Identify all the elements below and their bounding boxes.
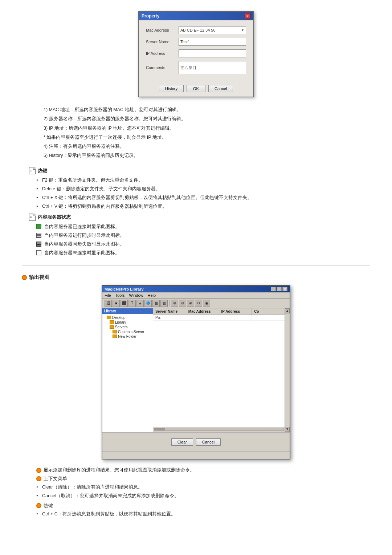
history-button[interactable]: History xyxy=(159,85,184,92)
dialog-close-button[interactable]: × xyxy=(245,13,250,19)
output-bottom-section: 显示添加和删除库的进程和结果。您可使用此视图取消添加或删除命令。 上下文菜单 C… xyxy=(22,467,370,518)
hotkey-section2-title: 热键 xyxy=(44,502,53,509)
output-section-title: 输出视图 xyxy=(29,274,49,281)
hotkey2-item-0: Ctrl + C：将所选消息复制到剪贴板，以便将其粘贴到其他位置。 xyxy=(36,510,370,518)
app-window: MagicNetPro Library _ □ × File Tools Win… xyxy=(102,285,290,459)
hotkey-section1-title: 热键 xyxy=(38,167,47,174)
status-icon-sync-failed xyxy=(36,242,41,247)
status-item-1: 当内容服务器进行同步时显示此图标。 xyxy=(36,232,370,239)
app-main: Server Name Mac Address IP Address Co Pu… xyxy=(153,308,285,432)
section1-item-4: 4) 注释：有关所选内容服务器的注释。 xyxy=(44,143,363,150)
submenu-title: 上下文菜单 xyxy=(44,475,67,482)
hotkey-section2-list: Ctrl + C：将所选消息复制到剪贴板，以便将其粘贴到其他位置。 xyxy=(36,510,370,518)
hotkey-section1-header: 热键 xyxy=(29,167,370,174)
app-toolbar: 🖼 ■ ⬛ T ▲ 🔷 ▦ ▥ ⊕ ⊖ ⊗ ↺ ◉ xyxy=(102,299,290,308)
toolbar-icon-3[interactable]: ⬛ xyxy=(121,300,128,307)
close-window-button[interactable]: × xyxy=(282,287,287,291)
menu-file[interactable]: File xyxy=(105,293,111,297)
hotkey-item-1: Delete 键：删除选定的文件夹、子文件夹和内容服务器。 xyxy=(36,185,370,193)
mac-address-row: Mac Address AB CD EF 12 34 56 xyxy=(146,26,246,34)
cancel-button[interactable]: Cancel xyxy=(208,85,233,92)
submenu-item-1: Cancel（取消）：您可选择并取消尚未完成的库添加或删除命令。 xyxy=(36,492,370,499)
menu-help[interactable]: Help xyxy=(148,293,156,297)
sidebar-item-library[interactable]: Library xyxy=(102,320,153,325)
col-ip-address: IP Address xyxy=(219,308,252,315)
scrollbar-track[interactable] xyxy=(154,428,284,431)
app-titlebar: MagicNetPro Library _ □ × xyxy=(102,286,290,292)
hotkey-item-0: F2 键：重命名所选文件夹。但无法重命名文件。 xyxy=(36,177,370,184)
output-main-note-text: 显示添加和删除库的进程和结果。您可使用此视图取消添加或删除命令。 xyxy=(44,467,195,473)
toolbar-icon-11[interactable]: ⊗ xyxy=(187,300,194,307)
col-co: Co xyxy=(252,308,285,315)
maximize-button[interactable]: □ xyxy=(277,287,282,291)
sidebar-item-new-folder[interactable]: New Folder xyxy=(102,334,153,339)
app-content: Library Desktop Library Servers Contents… xyxy=(102,308,290,432)
ip-address-input[interactable] xyxy=(179,49,246,57)
submenu-item-0: Clear（清除）：清除所有的库进程和结果消息。 xyxy=(36,483,370,491)
server-name-input[interactable]: Test1 xyxy=(179,38,246,46)
status-bullets-list: 当内容服务器已连接时显示此图标。 当内容服务器进行同步时显示此图标。 当内容服务… xyxy=(36,223,370,256)
section1-item-5: 5) History：显示内容服务器的同步历史记录。 xyxy=(44,152,363,159)
clear-button[interactable]: Clear xyxy=(171,438,193,446)
status-doc-icon xyxy=(29,214,36,221)
toolbar-icon-2[interactable]: ■ xyxy=(113,300,120,307)
dialog-body: Mac Address AB CD EF 12 34 56 Server Nam… xyxy=(139,20,253,82)
mac-address-label: Mac Address xyxy=(146,28,179,32)
status-icon-syncing xyxy=(36,233,41,238)
toolbar-icon-8[interactable]: ▥ xyxy=(160,300,168,307)
section1-item-2: 3) IP 地址：所选内容服务器的 IP 地址。您不可对其进行编辑。 xyxy=(44,125,363,132)
toolbar-icon-4[interactable]: T xyxy=(128,300,136,307)
library-icon xyxy=(110,320,114,324)
section1-item-1: 2) 服务器名称：所选内容服务器的服务器名称。您可对其进行编辑。 xyxy=(44,115,363,123)
scrollbar-thumb[interactable] xyxy=(154,428,165,430)
hotkey2-dot xyxy=(36,503,41,508)
vertical-scrollbar[interactable]: ▲ ▼ xyxy=(285,308,290,432)
dialog-titlebar: Property × xyxy=(139,12,253,20)
minimize-button[interactable]: _ xyxy=(271,287,276,291)
ip-address-label: IP Address xyxy=(146,51,179,56)
section1-item-0: 1) MAC 地址：所选内容服务器的 MAC 地址。您可对其进行编辑。 xyxy=(44,106,363,114)
sidebar-item-contents-server[interactable]: Contents Server xyxy=(102,329,153,334)
submenu-dot xyxy=(36,476,41,481)
toolbar-icon-10[interactable]: ⊖ xyxy=(179,300,186,307)
output-section-header: 输出视图 xyxy=(22,274,370,281)
comments-input[interactable]: 注△层目 xyxy=(179,61,246,74)
contents-server-icon xyxy=(113,330,117,333)
menu-tools[interactable]: Tools xyxy=(115,293,125,297)
table-body: Pu. xyxy=(153,315,285,427)
mac-address-input[interactable]: AB CD EF 12 34 56 xyxy=(179,26,246,34)
output-main-note: 显示添加和删除库的进程和结果。您可使用此视图取消添加或删除命令。 xyxy=(36,467,370,473)
dialog-title: Property xyxy=(142,13,159,19)
comments-row: Comments 注△层目 xyxy=(146,61,246,74)
server-name-label: Server Name xyxy=(146,40,179,44)
property-dialog: Property × Mac Address AB CD EF 12 34 56… xyxy=(138,11,254,97)
toolbar-icon-6[interactable]: 🔷 xyxy=(144,300,152,307)
horizontal-scrollbar[interactable] xyxy=(153,427,285,432)
ok-button[interactable]: OK xyxy=(187,85,205,92)
toolbar-icon-12[interactable]: ↺ xyxy=(195,300,202,307)
sidebar-item-desktop[interactable]: Desktop xyxy=(102,315,153,320)
status-section-title: 内容服务器状态 xyxy=(38,214,71,220)
titlebar-buttons: _ □ × xyxy=(271,287,287,291)
status-icon-connected xyxy=(36,224,41,229)
app-menubar: File Tools Window Help xyxy=(102,292,290,299)
col-server-name: Server Name xyxy=(153,308,186,315)
scroll-up-button[interactable]: ▲ xyxy=(285,308,290,313)
output-note-dot xyxy=(36,468,41,473)
menu-window[interactable]: Window xyxy=(129,293,143,297)
toolbar-separator xyxy=(169,300,170,307)
sidebar-item-servers[interactable]: Servers xyxy=(102,325,153,329)
server-name-row: Server Name Test1 xyxy=(146,38,246,46)
toolbar-icon-9[interactable]: ⊕ xyxy=(171,300,178,307)
table-row: Pu. xyxy=(153,315,285,321)
status-section-header: 内容服务器状态 xyxy=(29,214,370,221)
scroll-down-button[interactable]: ▼ xyxy=(285,427,290,432)
toolbar-icon-7[interactable]: ▦ xyxy=(152,300,160,307)
sidebar-header: Library xyxy=(102,308,153,314)
property-dialog-wrapper: Property × Mac Address AB CD EF 12 34 56… xyxy=(22,11,370,97)
cancel-output-button[interactable]: Cancel xyxy=(196,438,221,446)
toolbar-icon-13[interactable]: ◉ xyxy=(203,300,210,307)
toolbar-icon-5[interactable]: ▲ xyxy=(136,300,144,307)
toolbar-icon-1[interactable]: 🖼 xyxy=(105,300,112,307)
hotkey-item-3: Ctrl + V 键：将剪切到剪贴板的内容服务器粘贴到所选位置。 xyxy=(36,203,370,210)
